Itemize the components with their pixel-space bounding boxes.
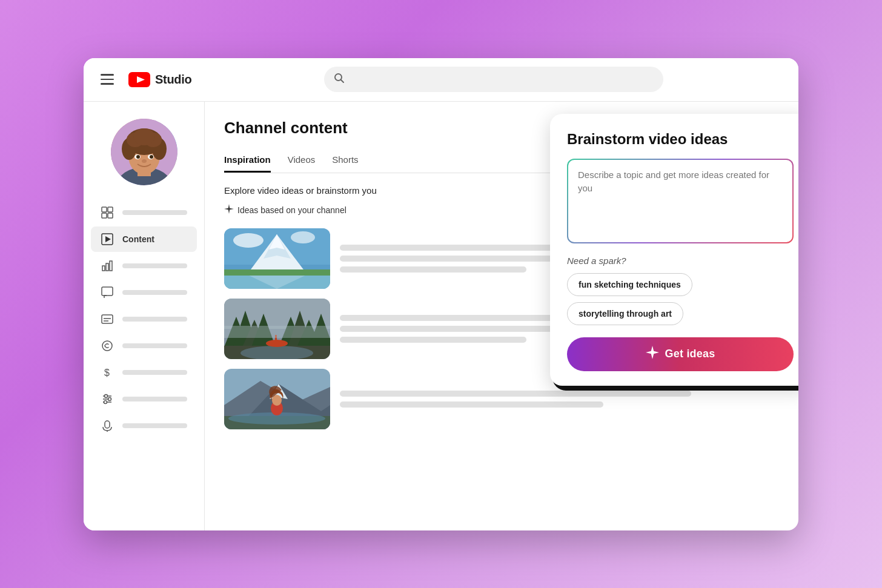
search-icon [334, 73, 345, 87]
sidebar-nav: Content [84, 200, 204, 440]
youtube-logo [128, 72, 150, 87]
svg-point-38 [105, 394, 108, 397]
svg-rect-27 [106, 263, 108, 271]
svg-point-39 [108, 397, 111, 400]
main-area: Content [84, 102, 798, 530]
chip-sketching[interactable]: fun sketching techniques [567, 273, 692, 296]
sidebar-line [122, 210, 187, 215]
video-thumbnail-1 [224, 228, 330, 289]
svg-point-17 [136, 155, 140, 159]
sidebar-line [122, 290, 187, 295]
svg-rect-29 [102, 287, 113, 296]
content-area: Channel content Inspiration Videos Short… [205, 102, 798, 530]
monetization-icon: $ [101, 366, 114, 379]
video-line [340, 337, 526, 343]
video-line [340, 401, 603, 408]
svg-rect-23 [108, 213, 113, 218]
menu-button[interactable] [98, 71, 116, 87]
sidebar-line [122, 397, 187, 401]
svg-marker-25 [105, 236, 111, 242]
copyright-icon [101, 339, 114, 352]
top-bar: Studio [84, 58, 798, 102]
sidebar-item-copyright[interactable] [91, 333, 197, 358]
sidebar-line [122, 370, 187, 375]
svg-point-33 [102, 341, 112, 351]
browser-window: Studio [84, 58, 798, 530]
svg-point-18 [150, 155, 153, 159]
sparkle-button-icon [646, 346, 659, 362]
sidebar-line [122, 423, 187, 428]
sidebar: Content [84, 102, 205, 530]
svg-rect-41 [105, 421, 110, 428]
svg-rect-30 [102, 315, 113, 323]
svg-point-40 [104, 400, 107, 403]
dashboard-icon [101, 206, 114, 219]
comments-icon [101, 286, 114, 299]
subtitles-icon [101, 312, 114, 326]
chip-storytelling[interactable]: storytelling through art [567, 302, 683, 325]
svg-rect-67 [224, 326, 330, 338]
svg-rect-21 [108, 207, 113, 212]
sidebar-item-label: Content [122, 234, 154, 244]
get-ideas-label: Get ideas [665, 348, 715, 360]
customization-icon [101, 392, 114, 406]
idea-textarea[interactable] [567, 159, 794, 243]
svg-rect-28 [110, 261, 112, 271]
video-thumbnail-2 [224, 299, 330, 359]
app-title: Studio [155, 73, 191, 87]
svg-point-19 [142, 159, 147, 163]
svg-rect-54 [224, 299, 330, 329]
sidebar-line [122, 343, 187, 348]
sidebar-item-audio[interactable] [91, 413, 197, 438]
search-bar[interactable] [324, 67, 663, 92]
svg-rect-22 [102, 213, 107, 218]
svg-rect-52 [224, 269, 330, 276]
avatar [111, 119, 177, 185]
sidebar-item-analytics[interactable] [91, 253, 197, 279]
sparkle-icon [224, 204, 234, 216]
tab-shorts[interactable]: Shorts [332, 150, 358, 173]
analytics-icon [101, 259, 114, 273]
svg-point-45 [233, 233, 264, 248]
sidebar-item-content[interactable]: Content [91, 226, 197, 252]
svg-point-14 [133, 128, 155, 145]
logo-area: Studio [128, 72, 191, 87]
sidebar-line [122, 263, 187, 268]
content-icon [101, 233, 114, 246]
sidebar-item-subtitles[interactable] [91, 306, 197, 332]
svg-rect-26 [102, 266, 105, 271]
svg-line-3 [341, 79, 344, 82]
sidebar-item-customization[interactable] [91, 386, 197, 412]
video-line [340, 266, 526, 273]
need-spark-text: Need a spark? [567, 256, 794, 266]
sidebar-line [122, 317, 187, 322]
brainstorm-panel: Brainstorm video ideas Need a spark? fun… [550, 114, 798, 386]
svg-text:$: $ [104, 368, 110, 378]
video-lines-3 [340, 391, 779, 408]
tab-inspiration[interactable]: Inspiration [224, 150, 271, 173]
suggestion-chips: fun sketching techniques storytelling th… [567, 273, 794, 325]
brainstorm-title: Brainstorm video ideas [567, 131, 794, 148]
video-thumbnail-3 [224, 369, 330, 429]
svg-point-46 [291, 231, 315, 243]
video-line [340, 391, 691, 397]
get-ideas-button[interactable]: Get ideas [567, 337, 794, 371]
ideas-based-text: Ideas based on your channel [237, 205, 346, 215]
sidebar-item-dashboard[interactable] [91, 200, 197, 225]
audio-icon [101, 419, 114, 432]
sidebar-item-comments[interactable] [91, 280, 197, 305]
sidebar-item-monetization[interactable]: $ [91, 360, 197, 385]
svg-rect-20 [102, 207, 107, 212]
tab-videos[interactable]: Videos [288, 150, 316, 173]
